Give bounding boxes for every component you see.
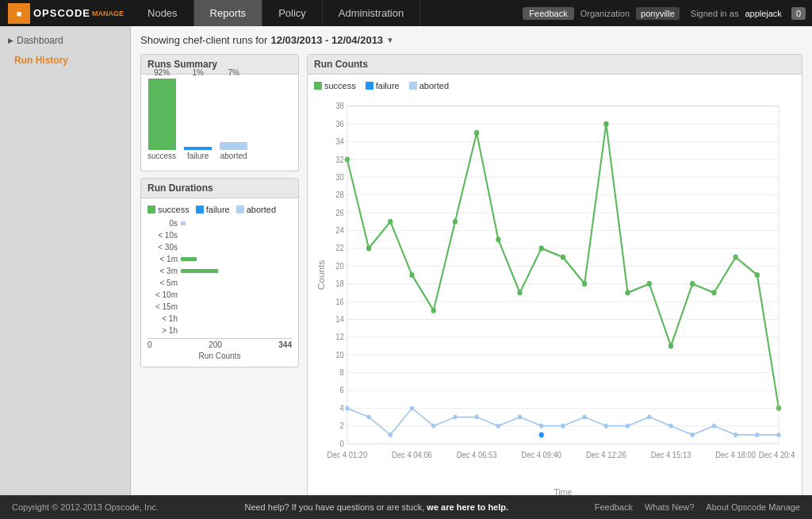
svg-point-70 bbox=[539, 424, 543, 429]
run-counts-svg: 02468101214161820222426283032343638Dec 4… bbox=[314, 97, 795, 495]
nav-policy[interactable]: Policy bbox=[262, 0, 323, 26]
svg-point-63 bbox=[389, 432, 393, 437]
svg-text:Dec 4 04:06: Dec 4 04:06 bbox=[392, 450, 432, 459]
duration-row-label: < 30s bbox=[147, 243, 178, 252]
svg-point-48 bbox=[517, 290, 522, 295]
date-range[interactable]: 12/03/2013 - 12/04/2013 bbox=[270, 34, 383, 46]
success-label: success bbox=[147, 152, 176, 160]
rc-failure-dot bbox=[366, 82, 373, 90]
right-panel: Run Counts success failure bbox=[307, 54, 802, 495]
svg-point-58 bbox=[733, 255, 738, 260]
duration-chart: 0s< 10s< 30s< 1m< 3m< 5m< 10m< 15m< 1h> … bbox=[147, 219, 292, 335]
svg-point-52 bbox=[603, 121, 608, 127]
sidebar: ▶ Dashboard Run History bbox=[0, 26, 131, 495]
duration-row: < 1h bbox=[147, 314, 292, 323]
duration-row-label: 0s bbox=[147, 219, 178, 228]
footer-whats-new[interactable]: Whats New? bbox=[645, 502, 694, 512]
nav-nodes[interactable]: Nodes bbox=[132, 0, 194, 26]
duration-row-label: < 10s bbox=[147, 231, 178, 240]
svg-point-71 bbox=[561, 424, 565, 429]
logo-manage: MANAGE bbox=[92, 10, 124, 17]
org-name[interactable]: ponyville bbox=[636, 7, 680, 20]
logo-box: ■ bbox=[8, 3, 30, 24]
svg-text:6: 6 bbox=[339, 386, 344, 395]
help-text: Need help? If you have questions or are … bbox=[244, 502, 424, 512]
footer-about[interactable]: About Opscode Manage bbox=[706, 502, 800, 512]
svg-point-77 bbox=[691, 432, 695, 437]
legend-aborted-dot bbox=[236, 206, 244, 213]
feedback-button[interactable]: Feedback bbox=[523, 7, 573, 20]
duration-aborted-bar bbox=[181, 221, 186, 225]
svg-point-80 bbox=[755, 432, 759, 437]
aborted-bar bbox=[220, 142, 247, 150]
svg-point-46 bbox=[474, 130, 479, 136]
svg-text:24: 24 bbox=[335, 226, 344, 236]
nav-reports[interactable]: Reports bbox=[194, 0, 263, 26]
duration-row: 0s bbox=[147, 219, 292, 228]
duration-success-bar bbox=[181, 269, 218, 273]
notification-count[interactable]: 0 bbox=[791, 7, 806, 20]
duration-row-label: < 15m bbox=[147, 302, 178, 311]
svg-point-59 bbox=[755, 272, 760, 278]
duration-bar-group bbox=[181, 329, 182, 333]
runs-summary-body: 92% success 1% failure 7% bbox=[141, 75, 298, 171]
svg-text:Dec 4 15:13: Dec 4 15:13 bbox=[651, 450, 691, 459]
run-durations-header: Run Durations bbox=[141, 179, 298, 198]
svg-point-65 bbox=[431, 424, 435, 429]
top-navigation: ■ OPSCODE MANAGE Nodes Reports Policy Ad… bbox=[0, 0, 812, 26]
sidebar-item-dashboard[interactable]: ▶ Dashboard bbox=[0, 30, 130, 51]
duration-row: < 10s bbox=[147, 231, 292, 240]
svg-point-44 bbox=[431, 308, 436, 313]
svg-point-67 bbox=[475, 415, 479, 420]
svg-point-66 bbox=[453, 415, 457, 420]
svg-point-55 bbox=[668, 343, 673, 348]
duration-bar-group bbox=[181, 233, 182, 237]
legend-success: success bbox=[147, 205, 190, 214]
aborted-pct: 7% bbox=[228, 68, 239, 77]
duration-empty-bar bbox=[181, 233, 182, 237]
legend-failure: failure bbox=[196, 205, 230, 214]
footer-help: Need help? If you have questions or are … bbox=[244, 502, 508, 512]
date-dropdown-icon[interactable]: ▼ bbox=[386, 36, 394, 44]
success-bar bbox=[148, 79, 176, 150]
help-link[interactable]: we are here to help. bbox=[427, 502, 508, 512]
nav-right: Feedback Organization ponyville Signed i… bbox=[516, 7, 812, 20]
svg-text:14: 14 bbox=[335, 314, 344, 324]
duration-row-label: < 10m bbox=[147, 290, 178, 299]
duration-empty-bar bbox=[181, 293, 182, 297]
svg-text:36: 36 bbox=[335, 119, 344, 129]
footer: Copyright © 2012-2013 Opscode, Inc. Need… bbox=[0, 495, 812, 519]
svg-point-75 bbox=[647, 415, 651, 420]
svg-point-64 bbox=[410, 406, 414, 410]
svg-text:Dec 4 18:00: Dec 4 18:00 bbox=[715, 450, 756, 459]
aborted-bar-group: 7% aborted bbox=[220, 68, 247, 160]
main-content: Showing chef-client runs for 12/03/2013 … bbox=[131, 26, 812, 495]
duration-row: < 10m bbox=[147, 290, 292, 299]
footer-feedback[interactable]: Feedback bbox=[595, 502, 633, 512]
duration-empty-bar bbox=[181, 245, 182, 249]
svg-point-76 bbox=[668, 424, 672, 429]
svg-text:18: 18 bbox=[335, 279, 344, 289]
rc-aborted-dot bbox=[409, 82, 417, 90]
svg-point-69 bbox=[518, 415, 522, 420]
duration-bar-group bbox=[181, 245, 182, 249]
svg-text:Dec 4 20:46: Dec 4 20:46 bbox=[759, 450, 795, 459]
svg-text:12: 12 bbox=[335, 333, 344, 342]
nav-administration[interactable]: Administration bbox=[323, 0, 420, 26]
svg-text:Dec 4 06:53: Dec 4 06:53 bbox=[457, 450, 497, 459]
success-bar-group: 92% success bbox=[147, 68, 176, 160]
rc-success-label: success bbox=[324, 81, 356, 90]
header-text: Showing chef-client runs for bbox=[140, 34, 267, 46]
duration-row: < 30s bbox=[147, 243, 292, 252]
username[interactable]: applejack bbox=[745, 9, 781, 18]
sidebar-item-run-history[interactable]: Run History bbox=[0, 51, 130, 70]
svg-point-73 bbox=[604, 424, 608, 429]
svg-text:4: 4 bbox=[339, 403, 344, 413]
duration-empty-bar bbox=[181, 281, 182, 285]
failure-bar bbox=[184, 147, 212, 150]
content-area: Runs Summary 92% success 1% failu bbox=[140, 54, 802, 495]
svg-point-56 bbox=[690, 281, 695, 286]
rc-aborted-label: aborted bbox=[419, 81, 449, 90]
copyright: Copyright © 2012-2013 Opscode, Inc. bbox=[12, 502, 159, 512]
svg-point-54 bbox=[647, 281, 652, 286]
